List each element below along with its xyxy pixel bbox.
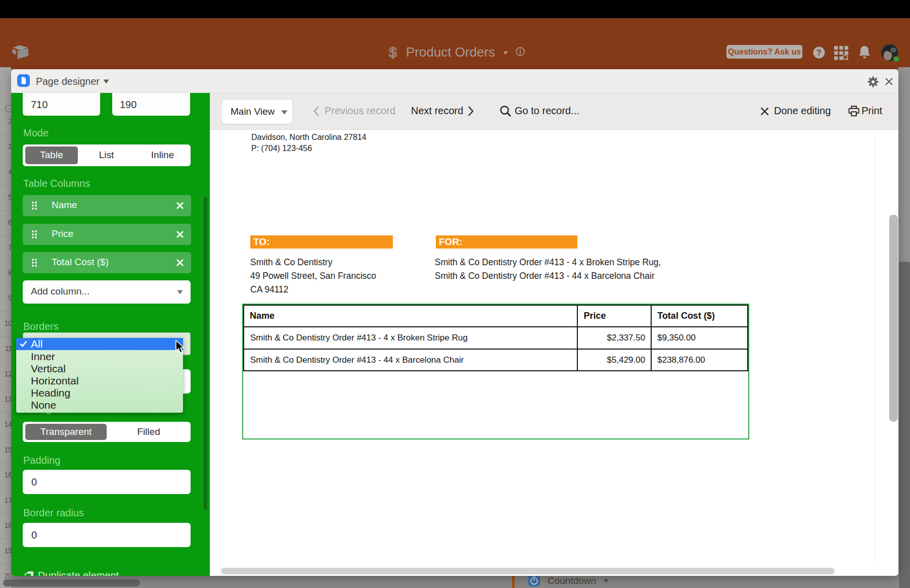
svg-text:$: $ — [389, 44, 397, 60]
svg-text:?: ? — [816, 48, 822, 57]
